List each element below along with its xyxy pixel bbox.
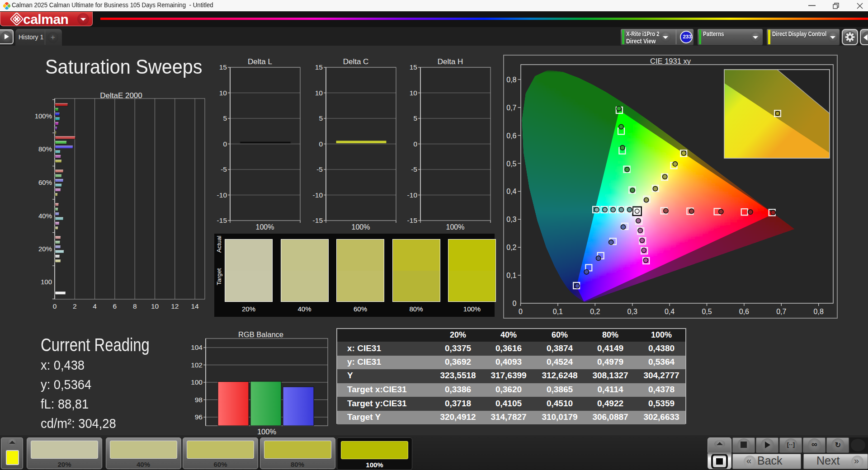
svg-text:0,8: 0,8 [506, 76, 516, 84]
svg-text:100%: 100% [352, 223, 370, 231]
svg-text:-15: -15 [407, 216, 417, 224]
svg-text:100%: 100% [257, 428, 277, 436]
svg-text:0,2: 0,2 [506, 244, 516, 251]
svg-text:Delta L: Delta L [248, 57, 272, 66]
svg-text:0,7: 0,7 [776, 308, 786, 315]
svg-text:98: 98 [195, 396, 203, 404]
svg-text:104: 104 [191, 343, 203, 351]
svg-text:Delta C: Delta C [343, 57, 369, 66]
svg-text:-15: -15 [313, 216, 323, 224]
svg-text:10: 10 [219, 89, 227, 97]
svg-text:0,6: 0,6 [739, 308, 749, 315]
svg-text:0: 0 [513, 300, 517, 307]
svg-text:0,5: 0,5 [702, 308, 712, 315]
svg-text:Delta H: Delta H [438, 57, 463, 66]
svg-text:0: 0 [53, 302, 57, 310]
svg-text:96: 96 [195, 413, 203, 421]
svg-text:10: 10 [410, 89, 418, 97]
svg-text:0,4: 0,4 [665, 308, 675, 315]
svg-text:0: 0 [519, 308, 523, 315]
svg-text:15: 15 [315, 63, 323, 71]
svg-text:5: 5 [319, 114, 323, 122]
svg-text:10: 10 [151, 302, 159, 310]
svg-text:102: 102 [191, 361, 203, 369]
svg-text:5: 5 [223, 114, 227, 122]
svg-text:0,4: 0,4 [506, 188, 516, 195]
svg-text:0: 0 [223, 140, 227, 148]
svg-text:-5: -5 [316, 165, 323, 173]
svg-text:4: 4 [93, 302, 97, 310]
svg-text:6: 6 [113, 302, 117, 310]
svg-text:15: 15 [410, 63, 417, 71]
svg-text:-10: -10 [313, 191, 323, 199]
svg-text:40%: 40% [38, 212, 52, 220]
svg-text:0: 0 [413, 140, 417, 148]
svg-text:2: 2 [73, 302, 77, 310]
svg-text:-5: -5 [411, 165, 417, 173]
svg-text:RGB Balance: RGB Balance [238, 330, 283, 338]
svg-text:-5: -5 [221, 165, 227, 173]
svg-text:100%: 100% [35, 112, 52, 120]
svg-text:80%: 80% [38, 145, 52, 153]
svg-text:-10: -10 [217, 191, 227, 199]
svg-text:0,7: 0,7 [506, 104, 516, 112]
svg-text:10: 10 [315, 89, 323, 97]
svg-text:-10: -10 [407, 191, 418, 199]
svg-text:15: 15 [219, 63, 227, 71]
svg-text:0,2: 0,2 [590, 308, 600, 315]
svg-text:12: 12 [171, 302, 179, 310]
svg-text:0,3: 0,3 [506, 216, 516, 223]
svg-text:CIE 1931 xy: CIE 1931 xy [650, 57, 691, 65]
svg-text:0,1: 0,1 [553, 308, 563, 315]
svg-text:0,6: 0,6 [506, 132, 516, 140]
svg-text:0,5: 0,5 [506, 160, 516, 168]
svg-text:100: 100 [41, 278, 52, 286]
svg-text:-15: -15 [217, 216, 227, 224]
svg-text:60%: 60% [38, 179, 52, 186]
svg-text:100: 100 [191, 378, 203, 386]
svg-text:0,8: 0,8 [814, 308, 824, 315]
svg-text:100%: 100% [446, 223, 465, 231]
svg-text:0,1: 0,1 [506, 272, 516, 279]
svg-text:0,3: 0,3 [627, 308, 637, 315]
svg-text:0: 0 [319, 140, 323, 148]
svg-text:5: 5 [413, 114, 417, 122]
svg-text:14: 14 [191, 302, 199, 310]
svg-text:100%: 100% [256, 223, 274, 231]
svg-text:20%: 20% [38, 245, 52, 253]
svg-text:8: 8 [133, 302, 137, 310]
